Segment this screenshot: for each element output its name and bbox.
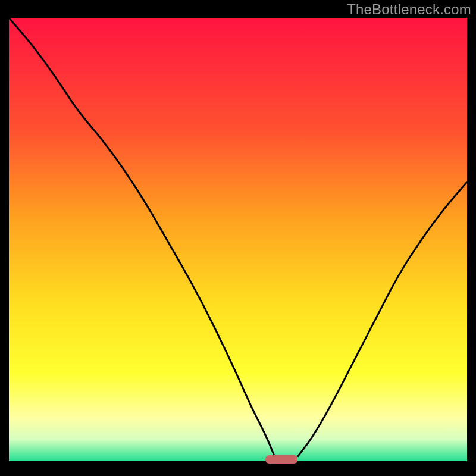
watermark-text: TheBottleneck.com	[347, 1, 471, 18]
bottom-marker	[265, 455, 298, 464]
app-frame: TheBottleneck.com	[0, 0, 476, 476]
plot-background	[9, 18, 467, 461]
bottleneck-chart	[0, 0, 476, 476]
